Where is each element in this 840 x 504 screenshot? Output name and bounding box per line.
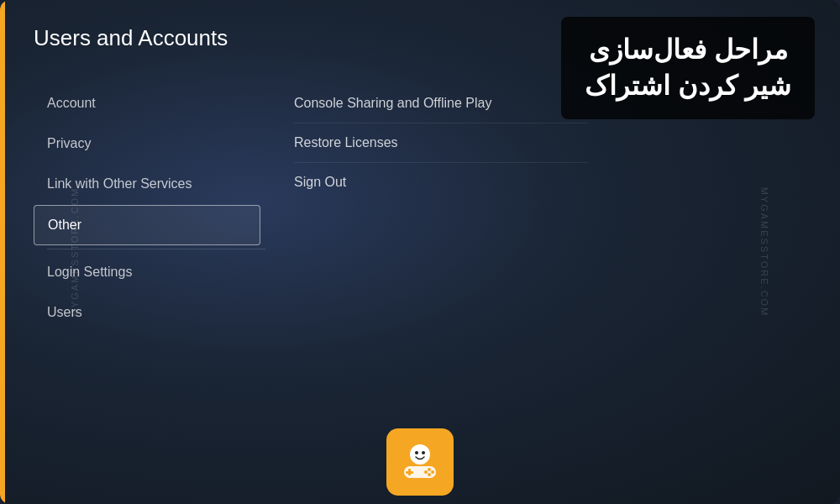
overlay-box: مراحل فعال‌سازی شیر کردن اشتراک [561, 17, 815, 119]
right-panel: Console Sharing and Offline Play Restore… [294, 84, 588, 202]
orange-accent-bar [0, 0, 5, 504]
screen: MYGAMESSTORE.COM MYGAMESSTORE.COM Users … [0, 0, 840, 504]
overlay-text-line1: مراحل فعال‌سازی [585, 32, 791, 68]
svg-point-8 [428, 473, 431, 476]
svg-point-0 [410, 444, 430, 465]
logo-icon [396, 438, 444, 486]
overlay-text-line2: شیر کردن اشتراک [585, 68, 791, 104]
right-item-restore-licenses[interactable]: Restore Licenses [294, 123, 588, 163]
svg-rect-5 [406, 471, 413, 474]
right-item-sign-out[interactable]: Sign Out [294, 163, 588, 202]
nav-item-login-settings[interactable]: Login Settings [34, 253, 260, 291]
svg-point-6 [428, 468, 431, 471]
nav-item-other[interactable]: Other [34, 205, 260, 245]
nav-item-link-services[interactable]: Link with Other Services [34, 165, 260, 203]
nav-item-privacy[interactable]: Privacy [34, 124, 260, 163]
nav-item-users[interactable]: Users [34, 293, 260, 332]
svg-point-1 [415, 451, 418, 454]
logo-inner [391, 433, 449, 491]
nav-item-account[interactable]: Account [34, 84, 260, 123]
svg-point-7 [431, 470, 434, 474]
nav-divider [47, 249, 265, 249]
logo-badge [386, 428, 454, 496]
svg-point-2 [422, 451, 425, 454]
right-item-console-sharing[interactable]: Console Sharing and Offline Play [294, 84, 588, 123]
left-nav: Account Privacy Link with Other Services… [34, 84, 260, 333]
svg-point-9 [424, 470, 428, 474]
